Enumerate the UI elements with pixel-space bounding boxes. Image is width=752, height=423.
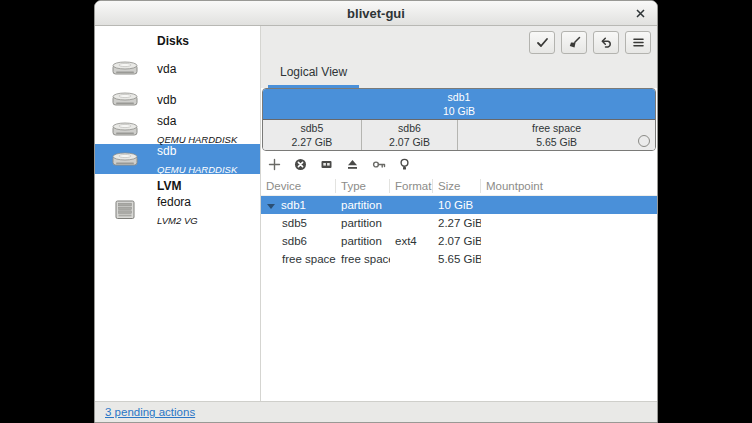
column-header-device[interactable]: Device bbox=[261, 179, 336, 193]
menu-button[interactable] bbox=[625, 31, 651, 54]
sidebar-item-subtitle: LVM2 VG bbox=[157, 215, 198, 226]
disk-icon bbox=[111, 59, 139, 77]
viz-block-name: sdb6 bbox=[398, 121, 421, 135]
column-header-mountpoint[interactable]: Mountpoint bbox=[481, 179, 657, 193]
sidebar-item-label: vdb bbox=[157, 93, 176, 107]
cell-type: partition bbox=[336, 217, 390, 229]
viz-block-size: 2.27 GiB bbox=[291, 135, 332, 149]
statusbar: 3 pending actions bbox=[95, 401, 657, 422]
disk-icon bbox=[111, 120, 139, 138]
sidebar-item-vda[interactable]: vda bbox=[95, 52, 260, 83]
column-header-size[interactable]: Size bbox=[433, 179, 481, 193]
tab-bar: Logical View bbox=[261, 59, 657, 88]
apply-actions-button[interactable] bbox=[529, 31, 555, 54]
sidebar-item-fedora[interactable]: fedora LVM2 VG bbox=[95, 195, 260, 225]
viz-block-size: 2.07 GiB bbox=[389, 135, 430, 149]
sidebar-item-vdb[interactable]: vdb bbox=[95, 83, 260, 114]
cell-device: sdb1 bbox=[281, 199, 306, 211]
cell-size: 2.07 GiB bbox=[433, 235, 481, 247]
cell-type: free space bbox=[336, 253, 390, 265]
viz-block-size: 10 GiB bbox=[443, 104, 475, 118]
clear-actions-button[interactable] bbox=[561, 31, 587, 54]
cell-type: partition bbox=[336, 199, 390, 211]
delete-icon bbox=[294, 158, 307, 171]
menu-icon bbox=[632, 36, 645, 49]
viz-block-name: free space bbox=[532, 121, 581, 135]
titlebar: blivet-gui bbox=[95, 1, 657, 26]
close-icon bbox=[636, 9, 645, 18]
info-button[interactable] bbox=[397, 157, 412, 172]
main-panel: Logical View sdb1 10 GiB sdb5 2.27 GiB s… bbox=[261, 26, 657, 401]
table-row-sdb5[interactable]: sdb5 partition 2.27 GiB bbox=[261, 214, 657, 232]
delete-partition-button[interactable] bbox=[293, 157, 308, 172]
column-header-type[interactable]: Type bbox=[336, 179, 390, 193]
active-tab-indicator bbox=[268, 85, 359, 88]
column-header-format[interactable]: Format bbox=[390, 179, 433, 193]
cell-type: partition bbox=[336, 235, 390, 247]
sidebar-item-sda[interactable]: sda QEMU HARDDISK bbox=[95, 114, 260, 144]
viz-block-sdb1[interactable]: sdb1 10 GiB bbox=[263, 89, 655, 120]
cell-device: free space bbox=[282, 253, 336, 265]
decrypt-button[interactable] bbox=[371, 157, 386, 172]
clear-broom-icon bbox=[568, 36, 581, 49]
action-bar bbox=[261, 151, 657, 177]
disk-icon bbox=[111, 90, 139, 108]
undo-icon bbox=[600, 36, 613, 49]
sidebar-item-subtitle: QEMU HARDDISK bbox=[157, 164, 237, 175]
cell-size: 5.65 GiB bbox=[433, 253, 481, 265]
lvm-array-icon bbox=[111, 200, 139, 220]
sidebar-item-label: fedora bbox=[157, 195, 191, 209]
sidebar-item-sdb[interactable]: sdb QEMU HARDDISK bbox=[95, 144, 260, 174]
cell-device: sdb6 bbox=[282, 235, 307, 247]
decrypt-key-icon bbox=[372, 158, 386, 171]
cell-size: 10 GiB bbox=[433, 199, 481, 211]
table-empty-area bbox=[261, 268, 657, 401]
free-space-circle-icon bbox=[638, 135, 650, 147]
pending-actions-link[interactable]: 3 pending actions bbox=[105, 406, 195, 418]
tab-label: Logical View bbox=[280, 65, 347, 79]
sidebar-item-label: sdb bbox=[157, 144, 176, 158]
sidebar: Disks vda vdb sda QEMU HARDDIS bbox=[95, 26, 261, 401]
sidebar-item-label: vda bbox=[157, 62, 176, 76]
cell-device: sdb5 bbox=[282, 217, 307, 229]
disk-icon bbox=[111, 150, 139, 168]
viz-block-free-space[interactable]: free space 5.65 GiB bbox=[458, 120, 655, 150]
viz-block-name: sdb1 bbox=[448, 90, 471, 104]
sidebar-header-disks: Disks bbox=[95, 26, 260, 52]
table-row-sdb6[interactable]: sdb6 partition ext4 2.07 GiB bbox=[261, 232, 657, 250]
unmount-button[interactable] bbox=[345, 157, 360, 172]
viz-block-name: sdb5 bbox=[301, 121, 324, 135]
edit-partition-button[interactable] bbox=[319, 157, 334, 172]
table-row-free-space[interactable]: free space free space 5.65 GiB bbox=[261, 250, 657, 268]
window-title: blivet-gui bbox=[347, 6, 405, 21]
close-button[interactable] bbox=[630, 4, 650, 23]
cell-size: 2.27 GiB bbox=[433, 217, 481, 229]
tab-logical-view[interactable]: Logical View bbox=[266, 65, 361, 88]
viz-block-sdb6[interactable]: sdb6 2.07 GiB bbox=[362, 120, 458, 150]
undo-button[interactable] bbox=[593, 31, 619, 54]
unmount-eject-icon bbox=[346, 158, 359, 171]
add-partition-button[interactable] bbox=[267, 157, 282, 172]
table-row-sdb1[interactable]: sdb1 partition 10 GiB bbox=[261, 196, 657, 214]
edit-icon bbox=[320, 158, 333, 171]
info-bulb-icon bbox=[398, 158, 411, 171]
cell-format: ext4 bbox=[390, 235, 433, 247]
main-toolbar bbox=[261, 26, 657, 59]
viz-block-sdb5[interactable]: sdb5 2.27 GiB bbox=[263, 120, 362, 150]
sidebar-item-label: sda bbox=[157, 114, 176, 128]
app-window: blivet-gui Disks vda vdb bbox=[94, 0, 658, 423]
apply-check-icon bbox=[536, 36, 549, 49]
table-header: Device Type Format Size Mountpoint bbox=[261, 177, 657, 196]
partition-visualization: sdb1 10 GiB sdb5 2.27 GiB sdb6 2.07 GiB … bbox=[262, 88, 656, 151]
viz-block-size: 5.65 GiB bbox=[536, 135, 577, 149]
add-icon bbox=[268, 158, 281, 171]
expander-icon[interactable] bbox=[267, 204, 275, 209]
viz-children-row: sdb5 2.27 GiB sdb6 2.07 GiB free space 5… bbox=[263, 120, 655, 150]
